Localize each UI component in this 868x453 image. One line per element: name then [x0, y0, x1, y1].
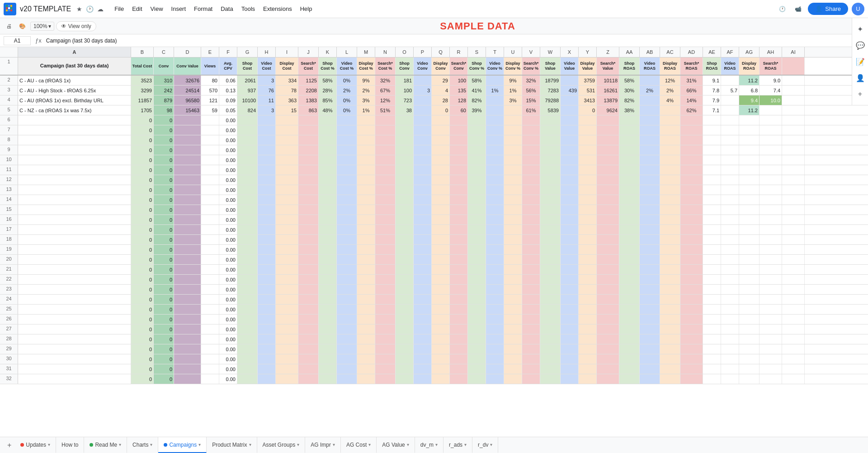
- cell-ae-11[interactable]: [703, 165, 721, 175]
- cell-ad-18[interactable]: [680, 235, 703, 244]
- cell-b5[interactable]: 1705: [131, 105, 154, 115]
- cell-h-6[interactable]: [258, 115, 276, 125]
- cell-ag-23[interactable]: [739, 285, 760, 294]
- cell-ai-8[interactable]: [782, 135, 805, 145]
- cell-p2[interactable]: [414, 76, 432, 85]
- cell-ah-14[interactable]: [760, 195, 782, 205]
- cell-ab-21[interactable]: [640, 265, 660, 274]
- tab-read-me[interactable]: Read Me ▾: [84, 437, 127, 453]
- cell-q-7[interactable]: [432, 125, 450, 135]
- cell-ac-32[interactable]: [660, 374, 680, 384]
- cell-e-13[interactable]: [201, 185, 219, 195]
- cell-aa-18[interactable]: [619, 235, 640, 244]
- cell-h-7[interactable]: [258, 125, 276, 135]
- cell-w-26[interactable]: [540, 315, 561, 324]
- col-header-t[interactable]: T: [486, 47, 504, 57]
- cell-ac-26[interactable]: [660, 315, 680, 324]
- cell-ac-20[interactable]: [660, 255, 680, 264]
- cell-d1[interactable]: Conv Value: [174, 57, 201, 75]
- cell-ai-7[interactable]: [782, 125, 805, 135]
- cell-n-19[interactable]: [375, 245, 396, 254]
- tab-ag-cost[interactable]: AG Cost ▾: [341, 437, 377, 453]
- cell-ai-9[interactable]: [782, 145, 805, 155]
- cell-b-28[interactable]: 0: [131, 334, 154, 344]
- cell-ag-14[interactable]: [739, 195, 760, 205]
- cell-m-8[interactable]: [357, 135, 375, 145]
- cell-ag-31[interactable]: [739, 364, 760, 374]
- cell-p-30[interactable]: [414, 354, 432, 364]
- cell-a-30[interactable]: [18, 354, 131, 364]
- meet-btn[interactable]: 📹: [792, 4, 804, 14]
- cell-a-23[interactable]: [18, 285, 131, 294]
- cell-k-8[interactable]: [319, 135, 337, 145]
- cell-j-25[interactable]: [298, 305, 319, 314]
- cell-c-22[interactable]: 0: [154, 275, 174, 284]
- cell-w-27[interactable]: [540, 324, 561, 334]
- cell-ah5[interactable]: [760, 105, 782, 115]
- cell-w-9[interactable]: [540, 145, 561, 155]
- cell-ac-25[interactable]: [660, 305, 680, 314]
- cell-n-14[interactable]: [375, 195, 396, 205]
- cell-d4[interactable]: 96580: [174, 95, 201, 105]
- cell-m-16[interactable]: [357, 215, 375, 224]
- cell-h-11[interactable]: [258, 165, 276, 175]
- cell-s-17[interactable]: [468, 225, 486, 234]
- cell-t-15[interactable]: [486, 205, 504, 215]
- cell-c-15[interactable]: 0: [154, 205, 174, 215]
- cell-c-25[interactable]: 0: [154, 305, 174, 314]
- cell-ac-19[interactable]: [660, 245, 680, 254]
- cell-af-27[interactable]: [721, 324, 739, 334]
- cell-v-16[interactable]: [522, 215, 540, 224]
- cell-c5[interactable]: 98: [154, 105, 174, 115]
- cell-k-18[interactable]: [319, 235, 337, 244]
- cell-i-12[interactable]: [276, 175, 298, 185]
- cell-ab-25[interactable]: [640, 305, 660, 314]
- cell-j-17[interactable]: [298, 225, 319, 234]
- cell-ai-21[interactable]: [782, 265, 805, 274]
- cell-e-19[interactable]: [201, 245, 219, 254]
- cell-f-29[interactable]: 0.00: [219, 344, 237, 354]
- cell-s-8[interactable]: [468, 135, 486, 145]
- cell-t-29[interactable]: [486, 344, 504, 354]
- sidebar-person-icon[interactable]: 👤: [855, 72, 866, 83]
- cell-w4[interactable]: 79288: [540, 95, 561, 105]
- cell-c-16[interactable]: 0: [154, 215, 174, 224]
- cell-af-7[interactable]: [721, 125, 739, 135]
- cell-ad-29[interactable]: [680, 344, 703, 354]
- cell-v-27[interactable]: [522, 324, 540, 334]
- cell-p-15[interactable]: [414, 205, 432, 215]
- cell-e-16[interactable]: [201, 215, 219, 224]
- col-header-ah[interactable]: AH: [760, 47, 782, 57]
- cell-o-18[interactable]: [396, 235, 414, 244]
- cell-l-22[interactable]: [337, 275, 357, 284]
- cell-ag-28[interactable]: [739, 334, 760, 344]
- cell-aa-15[interactable]: [619, 205, 640, 215]
- cell-x-16[interactable]: [561, 215, 579, 224]
- cell-f-12[interactable]: 0.00: [219, 175, 237, 185]
- cell-l-15[interactable]: [337, 205, 357, 215]
- cell-ah-9[interactable]: [760, 145, 782, 155]
- cell-n-26[interactable]: [375, 315, 396, 324]
- cell-ad4[interactable]: 14%: [680, 95, 703, 105]
- cell-h-18[interactable]: [258, 235, 276, 244]
- cell-s-32[interactable]: [468, 374, 486, 384]
- cell-p-17[interactable]: [414, 225, 432, 234]
- cell-j-28[interactable]: [298, 334, 319, 344]
- cell-ac-17[interactable]: [660, 225, 680, 234]
- cell-m-26[interactable]: [357, 315, 375, 324]
- cell-ac-16[interactable]: [660, 215, 680, 224]
- cell-o1[interactable]: Shop Conv: [396, 57, 414, 75]
- cell-ag1[interactable]: Display ROAS: [739, 57, 760, 75]
- cell-i-23[interactable]: [276, 285, 298, 294]
- cell-i-26[interactable]: [276, 315, 298, 324]
- cell-n-30[interactable]: [375, 354, 396, 364]
- cell-a5[interactable]: C - NZ - ca (tROAS 1x was 7.5x): [18, 105, 131, 115]
- cell-t-25[interactable]: [486, 305, 504, 314]
- cell-n-7[interactable]: [375, 125, 396, 135]
- cell-b-10[interactable]: 0: [131, 155, 154, 165]
- cell-aa-12[interactable]: [619, 175, 640, 185]
- cell-m-11[interactable]: [357, 165, 375, 175]
- cell-e-15[interactable]: [201, 205, 219, 215]
- cell-f-19[interactable]: 0.00: [219, 245, 237, 254]
- cell-q-28[interactable]: [432, 334, 450, 344]
